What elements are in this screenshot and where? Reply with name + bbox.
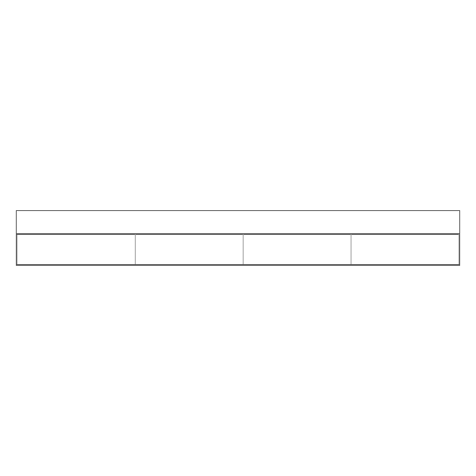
header-unit: [136, 235, 244, 265]
chart-title: [17, 211, 459, 234]
size-table: [17, 234, 459, 265]
table-header-row: [17, 235, 459, 265]
size-chart-container: [16, 210, 460, 266]
header-length: [351, 235, 459, 265]
header-tag-size: [17, 235, 136, 265]
header-bust: [244, 235, 351, 265]
